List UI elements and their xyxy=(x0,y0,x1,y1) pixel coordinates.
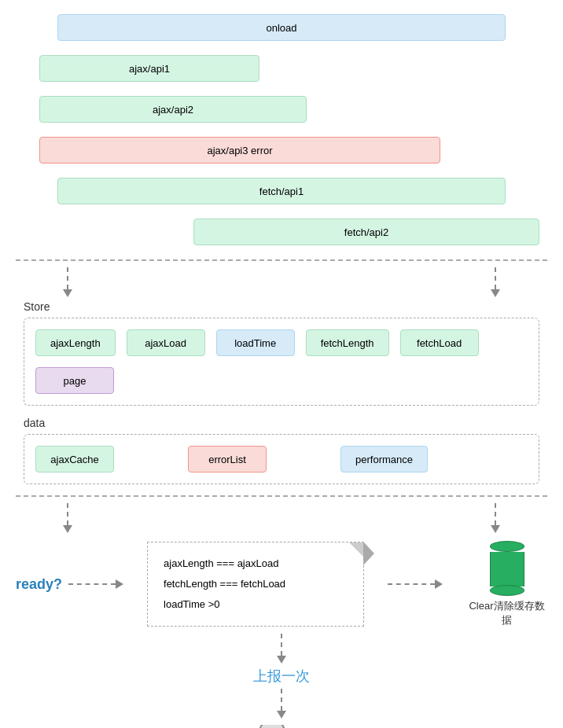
tag-ajaxCache: ajaxCache xyxy=(35,446,114,472)
top-section: onload ajax/api1 ajax/api2 ajax/api3 err… xyxy=(16,8,547,253)
bottom-divider xyxy=(16,495,547,497)
submit-arrow xyxy=(277,634,286,664)
top-divider xyxy=(16,259,547,261)
tag-fetchLoad: fetchLoad xyxy=(400,329,479,356)
cloud-arrow xyxy=(277,689,286,719)
tag-loadTime: loadTime xyxy=(216,329,295,356)
clear-block: Clear清除缓存数据 xyxy=(466,541,547,627)
tag-ajaxLoad: ajaxLoad xyxy=(127,329,205,356)
store-box: ajaxLength ajaxLoad loadTime fetchLength… xyxy=(24,318,539,406)
ready-label: ready? xyxy=(16,576,62,593)
ready-arrow xyxy=(68,579,123,589)
onload-box: onload xyxy=(57,14,506,41)
tag-errorList: errorList xyxy=(188,446,267,472)
store-label: Store xyxy=(24,300,547,313)
condition-1: ajaxLength === ajaxLoad xyxy=(164,553,348,574)
submit-label: 上报一次 xyxy=(253,667,310,686)
arrows-to-bottom xyxy=(16,503,547,533)
cloud-icon xyxy=(242,725,321,728)
condition-3: loadTime >0 xyxy=(164,594,348,615)
right-arrow-bottom xyxy=(491,503,500,533)
condition-box: ajaxLength === ajaxLoad fetchLength === … xyxy=(147,542,364,627)
ready-block: ready? xyxy=(16,576,123,593)
right-arrow-store xyxy=(491,267,500,297)
tag-performance: performance xyxy=(340,446,428,472)
fetch-api2-box: fetch/api2 xyxy=(193,219,539,245)
to-db-arrow xyxy=(388,579,443,589)
tag-ajaxLength: ajaxLength xyxy=(35,329,116,356)
arrows-to-store xyxy=(16,267,547,297)
ajax-api1-box: ajax/api1 xyxy=(39,55,259,82)
bottom-content: ready? ajaxLength === ajaxLoad fetchLeng… xyxy=(16,541,547,627)
condition-2: fetchLength === fetchLoad xyxy=(164,574,348,594)
submit-section: 上报一次 xyxy=(16,631,547,728)
clear-label: Clear清除缓存数据 xyxy=(466,599,547,627)
ajax-api2-box: ajax/api2 xyxy=(39,96,307,123)
database-icon xyxy=(490,541,524,596)
data-label: data xyxy=(24,417,547,429)
tag-page: page xyxy=(35,367,114,394)
data-box: ajaxCache errorList performance xyxy=(24,434,539,484)
data-section: data ajaxCache errorList performance xyxy=(16,417,547,484)
dog-ear xyxy=(349,542,363,557)
ajax-api3-box: ajax/api3 error xyxy=(39,137,440,164)
tag-fetchLength: fetchLength xyxy=(306,329,389,356)
left-arrow-bottom xyxy=(63,503,72,533)
left-arrow-store xyxy=(63,267,72,297)
bottom-section: ready? ajaxLength === ajaxLoad fetchLeng… xyxy=(16,541,547,728)
diagram-container: onload ajax/api1 ajax/api2 ajax/api3 err… xyxy=(0,0,563,728)
fetch-api1-box: fetch/api1 xyxy=(57,178,506,204)
